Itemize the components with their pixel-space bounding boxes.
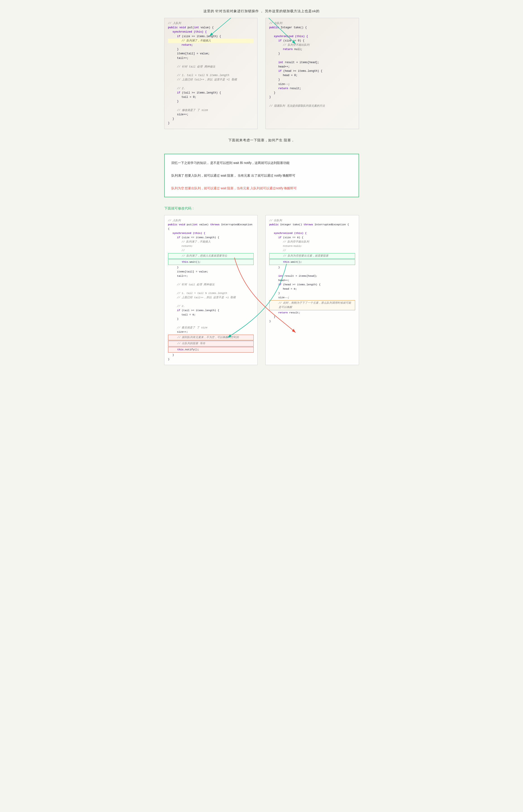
take-return-null: return null; <box>269 47 355 52</box>
first-code-row: // 入队列 public void put(int value) { sync… <box>164 18 359 129</box>
put2-if: if (size == items.length) { <box>168 236 254 240</box>
put-panel: // 入队列 public void put(int value) { sync… <box>164 18 258 129</box>
take-comment: // 出队列 <box>269 21 355 25</box>
info-line3: 队列为空 想要出队列，就可以通过 wait 阻塞，当有元素 入队列就可以通过no… <box>172 185 352 191</box>
take-sync: synchronized (this) { <box>269 34 355 39</box>
info-box: 回忆一下之前学习的知识， 是不是可以想到 wait 和 notify，这两就可以… <box>164 154 359 197</box>
put2-method2: // 2. <box>168 304 254 309</box>
put-tail-zero: tail = 0; <box>168 95 254 99</box>
take2-head-zero: head = 0; <box>269 287 355 291</box>
take2-head-if: if (head >= items.length) { <box>269 282 355 287</box>
put-if2: if (tail >= items.length) { <box>168 91 254 95</box>
put2-content: // 入队列 public void put(int value) throws… <box>168 219 254 362</box>
take-blocking-comment: // 阻塞队列 无法提供获取队列首元素的方法 <box>269 104 355 108</box>
take2-size-dec: size--; <box>269 295 355 300</box>
put-items: items[tail] = value; <box>168 52 254 56</box>
put2-size-comment: // 最后就是了 了 size <box>168 326 254 330</box>
second-code-section: // 入队列 public void put(int value) throws… <box>164 215 359 365</box>
put2-if2: if (tail >= items.length) { <box>168 309 254 313</box>
middle-text: 下面就来考虑一下阻塞，如何产生 阻塞， <box>164 138 359 143</box>
section-label: 下面就可修改代码： <box>164 206 359 210</box>
take2-comment: // 出队列 <box>269 219 355 223</box>
put-sync-close: } <box>168 117 254 121</box>
put-method1: // 1. tail = tail % items.length <box>168 73 254 78</box>
put-if-close: } <box>168 47 254 52</box>
put-comment: // 入队列 <box>168 21 254 25</box>
put2-wait-call: this.wait(); <box>168 259 254 265</box>
put-method2: // 2. <box>168 87 254 91</box>
put2-comment: // 入队列 <box>168 219 254 223</box>
take2-space: // <box>269 248 355 253</box>
put2-sync-close: } <box>168 353 254 357</box>
put2-notify-call: this.notify(); <box>168 347 254 353</box>
second-code-row: // 入队列 public void put(int value) throws… <box>164 215 359 365</box>
take2-head-inc: head++; <box>269 278 355 282</box>
take2-result: int result = items[head]; <box>269 274 355 278</box>
take2-if: if (size == 0) { <box>269 236 355 240</box>
take2-line1: public Integer take() throws Interrupted… <box>269 223 355 227</box>
put2-tail-inc: tail++; <box>168 274 254 278</box>
put2-tail-zero: tail = 0; <box>168 313 254 317</box>
take-null-comment: // 队列空不能出队列 <box>269 43 355 47</box>
take2-content: // 出队列 public Integer take() throws Inte… <box>269 219 355 324</box>
take2-if-close: } <box>269 265 355 270</box>
take-result: int result = items[head]; <box>269 60 355 65</box>
put2-if-close: } <box>168 265 254 270</box>
info-line1: 回忆一下之前学习的知识， 是不是可以想到 wait 和 notify，这两就可以… <box>172 160 352 166</box>
put2-method1: // 1. tail = tail % items.length <box>168 291 254 295</box>
put2-method1-note: // 上面已经 tail++，所以 这里不是 +1 取模 <box>168 295 254 300</box>
take2-head-if-close: } <box>269 291 355 295</box>
take-head-zero: head = 0; <box>269 73 355 78</box>
take-code-content: // 出队列 public Integer take() { synchroni… <box>269 21 355 108</box>
put2-notify-comment2: // 出队列的阻塞 等待 <box>168 341 254 347</box>
put-return: return; <box>168 43 254 47</box>
put2-full-comment: // 队列满了，不能插入 <box>168 240 254 244</box>
put2-line1: public void put(int value) throws Interr… <box>168 223 254 231</box>
put-size-comment: // 修改就是了 了 size <box>168 108 254 113</box>
put2-notify-comment1: // 插到队列有元素来，不为空，可以唤醒为空时的 <box>168 335 254 340</box>
take2-return: return result; <box>269 311 355 315</box>
put2-panel: // 入队列 public void put(int value) throws… <box>164 215 258 365</box>
put2-if2-close: } <box>168 317 254 321</box>
take-return: return result; <box>269 87 355 91</box>
take-head-if: if (head >= items.length) { <box>269 69 355 73</box>
info-line2: 队列满了 想要入队列，就可以通过 wait 阻塞， 当有元素 出了就可以通过 n… <box>172 172 352 179</box>
take2-wait-comment: // 队列为空想要出元素，就需要阻塞 <box>269 253 355 259</box>
put-method1-note: // 上面已经 tail++，所以 这里不是 +1 取模 <box>168 78 254 82</box>
put2-space: // <box>168 248 254 253</box>
put2-close: } <box>168 357 254 362</box>
take2-wait-call: this.wait(); <box>269 259 355 265</box>
take-sync-close: } <box>269 91 355 95</box>
put2-size-inc: size++; <box>168 330 254 334</box>
top-annotation: 这里的 针对当前对象进行加锁操作 ， 另外这里的锁加载方法上也是ok的 <box>164 9 359 13</box>
take2-return-null: return null; <box>269 244 355 248</box>
take2-close: } <box>269 319 355 324</box>
take-size-dec: size--; <box>269 82 355 87</box>
take2-null-comment: // 队列空不能出队列 <box>269 240 355 244</box>
take2-sync: synchronized (this) { <box>269 231 355 236</box>
put-full-comment: // 队列满了，不能插入 <box>168 39 254 43</box>
put2-items: items[tail] = value; <box>168 270 254 274</box>
page-container: 这里的 针对当前对象进行加锁操作 ， 另外这里的锁加载方法上也是ok的 // 入… <box>164 9 359 365</box>
put-line1: public void put(int value) { <box>168 25 254 30</box>
put-if2-close: } <box>168 99 254 104</box>
put2-wait-comment: // 队列满了，想插入元素就需要等位 <box>168 253 254 259</box>
take-panel: // 出队列 public Integer take() { synchroni… <box>266 18 359 129</box>
put-tail-inc: tail++; <box>168 56 254 60</box>
put-tail-comment: // 针对 tail 处理 两种做法 <box>168 65 254 69</box>
take-head-inc: head++; <box>269 65 355 69</box>
take2-sync-close: } <box>269 315 355 319</box>
put-sync: synchronized (this) { <box>168 30 254 34</box>
take2-notify-comment: // 此时，刚刚为于下了一个元素，那么队列调用时候就可能是可以唤醒 <box>269 300 355 310</box>
put2-sync: synchronized (this) { <box>168 231 254 236</box>
put2-tail-comment: // 针对 tail 处理 两种做法 <box>168 282 254 287</box>
put-close: } <box>168 121 254 126</box>
take2-panel: // 出队列 public Integer take() throws Inte… <box>266 215 359 365</box>
put-if: if (size == items.length) { <box>168 34 254 39</box>
first-code-section: // 入队列 public void put(int value) { sync… <box>164 18 359 129</box>
put2-return: return; <box>168 244 254 248</box>
take-if: if (size == 0) { <box>269 39 355 43</box>
take-close: } <box>269 95 355 99</box>
take-line1: public Integer take() { <box>269 25 355 30</box>
take-head-if-close: } <box>269 78 355 82</box>
